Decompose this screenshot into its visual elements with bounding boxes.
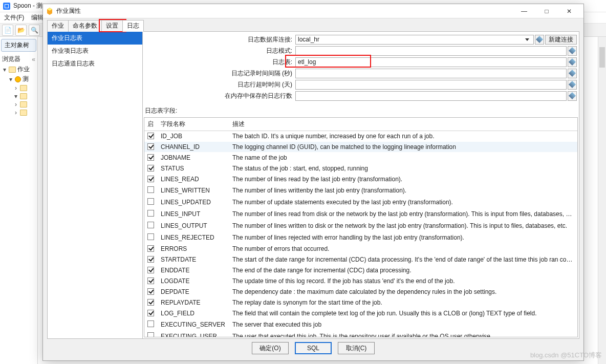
expand-icon[interactable]: ▾ [2, 66, 7, 73]
tab-log[interactable]: 日志 [122, 20, 144, 32]
tree-leaf-3[interactable]: › [1, 100, 36, 109]
tree-leaf-1[interactable]: › [1, 84, 36, 92]
new-connection-button[interactable]: 新建连接 [545, 35, 577, 45]
enable-checkbox[interactable] [147, 288, 154, 295]
table-row[interactable]: EXECUTING_SERVERThe server that executed… [144, 319, 577, 331]
list-item-job-log[interactable]: 作业日志表 [48, 32, 142, 45]
enable-checkbox[interactable] [147, 299, 154, 306]
enable-checkbox[interactable] [147, 233, 154, 240]
col-desc[interactable]: 描述 [229, 118, 577, 131]
enable-checkbox[interactable] [147, 310, 154, 316]
interval-input[interactable] [295, 69, 567, 78]
table-row[interactable]: REPLAYDATEThe replay date is synonym for… [144, 297, 577, 308]
table-row[interactable]: ENDDATEThe end of the date range for inc… [144, 265, 577, 276]
table-row[interactable]: ID_JOBThe batch ID. It's a unique number… [144, 131, 577, 142]
enable-checkbox[interactable] [147, 267, 154, 273]
menu-file[interactable]: 文件(F) [4, 13, 24, 22]
log-table-list[interactable]: 作业日志表 作业项日志表 日志通道日志表 [48, 32, 143, 338]
enable-checkbox[interactable] [147, 186, 154, 193]
variable-picker-icon[interactable] [568, 80, 577, 90]
tree-tab-label: 主对象树 [5, 41, 29, 50]
chevron-left-icon[interactable]: « [32, 56, 35, 63]
variable-picker-icon[interactable] [568, 91, 577, 101]
list-item-channel-log[interactable]: 日志通道日志表 [48, 57, 142, 70]
ok-button[interactable]: 确定(O) [252, 342, 289, 354]
table-row[interactable]: ERRORSThe number of errors that occurred… [144, 244, 577, 254]
table-row[interactable]: LINES_REJECTEDThe number of lines reject… [144, 232, 577, 244]
enable-checkbox[interactable] [147, 198, 154, 205]
tree-leaf-4[interactable]: › [1, 109, 36, 117]
toolbar-new-icon[interactable]: 📄 [2, 25, 13, 36]
minimize-button[interactable]: — [513, 4, 535, 18]
tree-leaf-2[interactable]: ▾ [1, 92, 36, 100]
enable-checkbox[interactable] [147, 245, 154, 252]
variable-picker-icon[interactable] [535, 35, 544, 45]
expand-icon[interactable]: ▾ [8, 76, 13, 83]
table-row[interactable]: LOGDATEThe update time of this log recor… [144, 276, 577, 287]
variable-picker-icon[interactable] [568, 57, 577, 67]
table-row[interactable]: LINES_OUTPUTThe number of lines written … [144, 220, 577, 232]
dialog-titlebar[interactable]: 作业属性 — □ ✕ [43, 4, 583, 18]
enable-checkbox[interactable] [147, 320, 154, 327]
enable-checkbox[interactable] [147, 133, 154, 139]
maximize-button[interactable]: □ [535, 4, 558, 18]
table-row[interactable]: LINES_READThe number of lines read by th… [144, 174, 577, 185]
table-row[interactable]: CHANNEL_IDThe logging channel ID (GUID),… [144, 142, 577, 153]
table-row[interactable]: LINES_INPUTThe number of lines read from… [144, 208, 577, 220]
table-row[interactable]: EXECUTING_USERThe user that executed thi… [144, 331, 577, 338]
enable-checkbox[interactable] [147, 154, 154, 161]
scrollbar-vertical[interactable] [598, 37, 606, 364]
field-desc-cell: The number of lines writtenby the last j… [229, 185, 577, 197]
memrows-input[interactable] [295, 91, 567, 101]
label-memrows: 在内存中保存的日志行数 [144, 92, 295, 100]
tree-root[interactable]: ▾ 作业 [1, 65, 36, 74]
toolbar-open-icon[interactable]: 📂 [15, 25, 27, 36]
tree-root-label: 作业 [17, 65, 30, 74]
toolbar-explore-icon[interactable]: 🔍 [29, 25, 40, 36]
field-name-cell: JOBNAME [158, 153, 229, 163]
table-row[interactable]: DEPDATEThe dependency date : the maximum… [144, 287, 577, 297]
col-name[interactable]: 字段名称 [158, 118, 229, 131]
enable-checkbox[interactable] [147, 332, 154, 337]
tree-child-label: 测 [23, 75, 29, 83]
field-name-cell: LOGDATE [158, 276, 229, 287]
enable-checkbox[interactable] [147, 277, 154, 284]
col-enable[interactable]: 启 [144, 118, 158, 131]
tab-params[interactable]: 命名参数 [68, 20, 102, 32]
cancel-button[interactable]: 取消(C) [338, 342, 375, 354]
enable-checkbox[interactable] [147, 143, 154, 150]
tab-job[interactable]: 作业 [47, 20, 69, 32]
tree-child[interactable]: ▾ 测 [1, 74, 36, 84]
connection-select[interactable]: local_hr [295, 35, 534, 45]
table-input[interactable]: etl_log [295, 57, 567, 67]
field-name-cell: EXECUTING_USER [158, 331, 229, 338]
label-interval: 日志记录时间间隔 (秒) [144, 69, 295, 78]
timeout-input[interactable] [295, 80, 567, 90]
enable-checkbox[interactable] [147, 222, 154, 228]
table-row[interactable]: LOG_FIELDThe field that will contain the… [144, 308, 577, 319]
table-row[interactable]: LINES_WRITTENThe number of lines written… [144, 185, 577, 197]
field-desc-cell: The number of lines written to disk or t… [229, 220, 577, 232]
spoon-icon [3, 3, 10, 10]
table-row[interactable]: STATUSThe status of the job : start, end… [144, 163, 577, 174]
menu-edit[interactable]: 编辑 [31, 13, 44, 22]
close-button[interactable]: ✕ [558, 4, 580, 18]
table-row[interactable]: STARTDATEThe start of the date range for… [144, 254, 577, 265]
fields-table[interactable]: 启 字段名称 描述 ID_JOBThe batch ID. It's a uni… [144, 117, 578, 337]
variable-picker-icon[interactable] [568, 69, 577, 78]
field-desc-cell: The number of errors that occurred. [229, 244, 577, 254]
sql-button[interactable]: SQL [295, 342, 332, 354]
enable-checkbox[interactable] [147, 176, 154, 182]
tree-tab[interactable]: 主对象树 [1, 39, 36, 52]
variable-picker-icon[interactable] [568, 46, 577, 56]
enable-checkbox[interactable] [147, 165, 154, 172]
list-item-jobentry-log[interactable]: 作业项日志表 [48, 45, 142, 57]
table-row[interactable]: JOBNAMEThe name of the job [144, 153, 577, 163]
enable-checkbox[interactable] [147, 210, 154, 217]
table-row[interactable]: LINES_UPDATEDThe number of update statem… [144, 197, 577, 208]
schema-input[interactable] [295, 46, 567, 56]
field-name-cell: LOG_FIELD [158, 308, 229, 319]
tab-settings[interactable]: 设置 [101, 20, 123, 32]
enable-checkbox[interactable] [147, 256, 154, 263]
job-node-icon [15, 76, 21, 82]
